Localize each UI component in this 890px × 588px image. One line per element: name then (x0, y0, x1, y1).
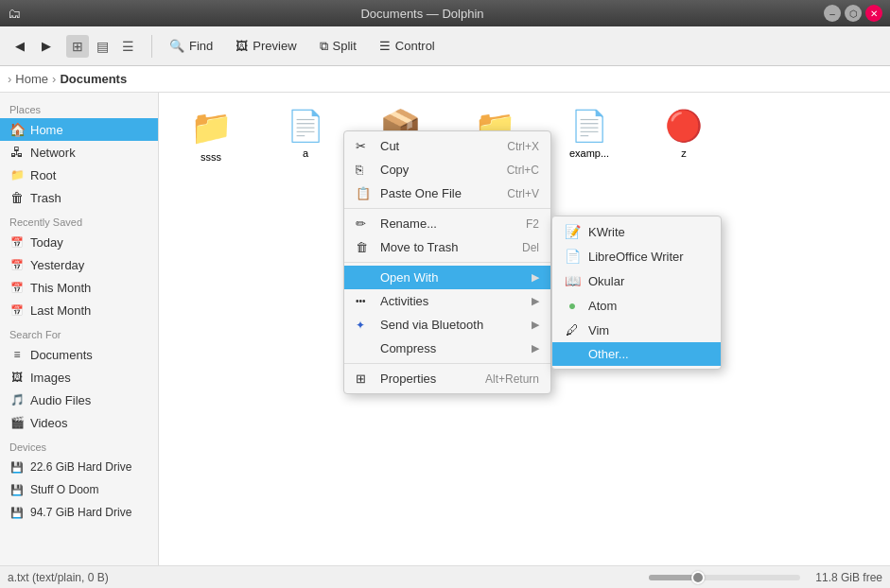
ctx-bluetooth[interactable]: ✦ Send via Bluetooth ▶ (344, 313, 550, 337)
hdd2-icon: 💾 (9, 505, 25, 520)
open-with-submenu: 📝 KWrite 📄 LibreOffice Writer 📖 Okular ●… (551, 216, 722, 370)
ctx-copy[interactable]: ⎘ Copy Ctrl+C (344, 158, 550, 182)
sub-atom[interactable]: ● Atom (552, 293, 721, 318)
sidebar-item-home[interactable]: 🏠 Home (0, 118, 158, 141)
file-item[interactable]: 📁 ssss (168, 102, 253, 168)
sub-libreoffice[interactable]: 📄 LibreOffice Writer (552, 244, 721, 268)
vim-icon: 🖊 (564, 322, 581, 337)
recently-saved-title: Recently Saved (0, 209, 158, 231)
back-button[interactable]: ◀ (8, 35, 32, 57)
sidebar-item-videos[interactable]: 🎬 Videos (0, 411, 158, 434)
separator1 (151, 35, 152, 58)
statusbar: a.txt (text/plain, 0 B) 11.8 GiB free (0, 565, 890, 588)
ctx-trash[interactable]: 🗑 Move to Trash Del (344, 235, 550, 259)
view-icons-button[interactable]: ⊞ (66, 35, 89, 58)
videos-icon: 🎬 (9, 415, 25, 430)
ctx-cut-label: Cut (380, 139, 507, 153)
cut-icon: ✂ (356, 139, 375, 153)
sidebar-item-last-month[interactable]: 📅 Last Month (0, 299, 158, 321)
ctx-rename-shortcut: F2 (526, 217, 539, 231)
split-icon: ⧉ (320, 39, 328, 54)
preview-label: Preview (253, 39, 296, 53)
view-detail-button[interactable]: ☰ (116, 35, 140, 58)
breadcrumb: › Home › Documents (0, 66, 890, 93)
breadcrumb-home[interactable]: Home (15, 72, 48, 86)
ctx-properties-shortcut: Alt+Return (485, 372, 539, 386)
sidebar-item-network[interactable]: 🖧 Network (0, 141, 158, 164)
activities-arrow: ▶ (532, 295, 539, 307)
rename-icon: ✏ (356, 216, 375, 231)
sub-kwrite[interactable]: 📝 KWrite (552, 219, 721, 244)
file-item[interactable]: 📄 a (263, 102, 348, 168)
sidebar-item-hdd1[interactable]: 💾 22.6 GiB Hard Drive (0, 456, 158, 478)
file-content: 📁 ssss 📄 a 📦 example1.tar.gz 📁 example2.… (159, 93, 890, 565)
preview-button[interactable]: 🖼 Preview (226, 35, 305, 57)
file-item[interactable]: 📄 examp... (547, 102, 632, 168)
bluetooth-arrow: ▶ (532, 319, 539, 331)
sidebar-item-audio[interactable]: 🎵 Audio Files (0, 389, 158, 411)
menu-icon: ☰ (379, 39, 391, 53)
ctx-activities[interactable]: ••• Activities ▶ (344, 289, 550, 313)
file-icon: 📄 (287, 108, 324, 144)
ctx-open-with-label: Open With (380, 270, 532, 285)
hdd1-icon: 💾 (9, 459, 25, 475)
file-item[interactable]: 🔴 z (641, 102, 726, 168)
ctx-sep1 (344, 208, 550, 209)
ctx-open-with[interactable]: Open With ▶ (344, 266, 550, 289)
search-icon: 🔍 (169, 39, 184, 53)
sidebar-hdd2-label: 94.7 GiB Hard Drive (30, 506, 131, 519)
file-icon: 🔴 (665, 108, 703, 144)
ctx-compress[interactable]: Compress ▶ (344, 337, 550, 360)
sidebar-item-yesterday[interactable]: 📅 Yesterday (0, 253, 158, 276)
forward-button[interactable]: ▶ (34, 35, 59, 57)
root-icon: 📁 (9, 167, 25, 182)
audio-icon: 🎵 (9, 392, 25, 407)
find-button[interactable]: 🔍 Find (160, 35, 222, 57)
network-icon: 🖧 (9, 145, 25, 160)
sub-other[interactable]: Other... (552, 342, 721, 366)
home-icon: 🏠 (9, 122, 25, 137)
slider-thumb[interactable] (691, 571, 705, 584)
find-label: Find (189, 39, 213, 53)
slider-fill (649, 575, 694, 580)
sidebar-item-stuff[interactable]: 💾 Stuff O Doom (0, 478, 158, 501)
documents-icon: ≡ (9, 347, 25, 362)
split-button[interactable]: ⧉ Split (310, 35, 366, 58)
ctx-properties[interactable]: ⊞ Properties Alt+Return (344, 367, 550, 390)
minimize-button[interactable]: – (824, 5, 841, 22)
maximize-button[interactable]: ⬡ (845, 5, 862, 22)
toolbar: ◀ ▶ ⊞ ▤ ☰ 🔍 Find 🖼 Preview ⧉ Split ☰ Con… (0, 26, 890, 66)
bluetooth-icon: ✦ (356, 319, 375, 332)
sidebar-stuff-label: Stuff O Doom (30, 483, 98, 496)
sidebar-item-hdd2[interactable]: 💾 94.7 GiB Hard Drive (0, 501, 158, 524)
ctx-bluetooth-label: Send via Bluetooth (380, 318, 532, 332)
control-button[interactable]: ☰ Control (370, 35, 445, 57)
sidebar-item-trash[interactable]: 🗑 Trash (0, 186, 158, 209)
this-month-icon: 📅 (9, 280, 25, 295)
trash-icon: 🗑 (9, 190, 25, 205)
paste-icon: 📋 (356, 186, 375, 200)
sidebar-item-images[interactable]: 🖼 Images (0, 366, 158, 389)
close-button[interactable]: ✕ (865, 5, 882, 22)
view-compact-button[interactable]: ▤ (91, 35, 114, 58)
zoom-slider[interactable] (649, 575, 800, 580)
ctx-rename[interactable]: ✏ Rename... F2 (344, 212, 550, 235)
sidebar-home-label: Home (30, 123, 63, 137)
file-info: a.txt (text/plain, 0 B) (8, 571, 109, 584)
ctx-compress-label: Compress (380, 341, 532, 355)
ctx-rename-label: Rename... (380, 216, 526, 231)
sidebar-videos-label: Videos (30, 416, 68, 430)
sub-vim[interactable]: 🖊 Vim (552, 318, 721, 342)
sub-okular[interactable]: 📖 Okular (552, 268, 721, 293)
sidebar-item-root[interactable]: 📁 Root (0, 164, 158, 186)
ctx-paste[interactable]: 📋 Paste One File Ctrl+V (344, 182, 550, 205)
ctx-cut[interactable]: ✂ Cut Ctrl+X (344, 134, 550, 158)
places-title: Places (0, 96, 158, 118)
sidebar-item-documents[interactable]: ≡ Documents (0, 343, 158, 366)
ctx-activities-label: Activities (380, 294, 532, 308)
sidebar-hdd1-label: 22.6 GiB Hard Drive (30, 460, 131, 474)
sidebar-item-this-month[interactable]: 📅 This Month (0, 276, 158, 299)
sidebar-item-today[interactable]: 📅 Today (0, 231, 158, 253)
ctx-trash-label: Move to Trash (380, 240, 522, 254)
activities-icon: ••• (356, 296, 375, 306)
